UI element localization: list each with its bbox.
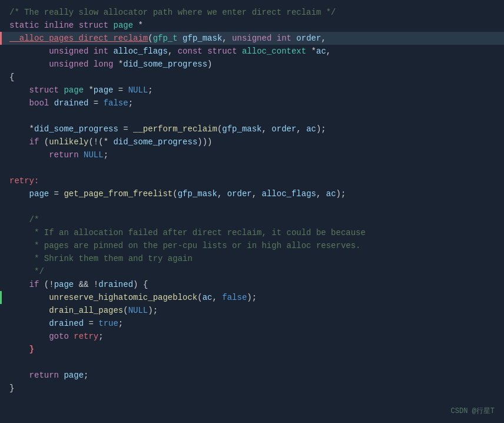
code-line-25: drained = true; <box>0 317 504 330</box>
code-line-23: unreserve_highatomic_pageblock(ac, false… <box>0 291 504 304</box>
watermark: CSDN @行星T <box>451 406 495 417</box>
code-line-18: * If an allocation failed after direct r… <box>0 226 504 239</box>
code-line-22: if (!page && !drained) { <box>0 278 504 291</box>
code-line-16 <box>0 200 504 213</box>
code-line-15: page = get_page_from_freelist(gfp_mask, … <box>0 187 504 200</box>
code-line-30: } <box>0 382 504 395</box>
code-editor: /* The really slow allocator path where … <box>0 0 504 423</box>
code-line-26: goto retry; <box>0 330 504 343</box>
code-line-10: *did_some_progress = __perform_reclaim(g… <box>0 123 504 136</box>
code-line-2: static inline struct page * <box>0 19 504 32</box>
code-line-11: if (unlikely(!(* did_some_progress))) <box>0 136 504 148</box>
code-line-1: /* The really slow allocator path where … <box>0 6 504 19</box>
code-line-9 <box>0 110 504 123</box>
code-line-21: */ <box>0 265 504 278</box>
code-line-28 <box>0 356 504 369</box>
code-line-20: * Shrink them them and try again <box>0 252 504 265</box>
code-line-7: struct page *page = NULL; <box>0 84 504 97</box>
code-line-13 <box>0 161 504 174</box>
code-line-27: } <box>0 343 504 356</box>
code-line-4: unsigned int alloc_flags, const struct a… <box>0 45 504 58</box>
code-line-12: return NULL; <box>0 148 504 161</box>
code-line-5: unsigned long *did_some_progress) <box>0 58 504 71</box>
code-line-17: /* <box>0 213 504 226</box>
code-line-19: * pages are pinned on the per-cpu lists … <box>0 239 504 252</box>
code-line-29: return page; <box>0 369 504 382</box>
code-line-3: __alloc_pages_direct_reclaim(gfp_t gfp_m… <box>0 32 504 45</box>
code-line-6: { <box>0 71 504 84</box>
code-line-14: retry: <box>0 174 504 187</box>
code-line-24: drain_all_pages(NULL); <box>0 304 504 317</box>
code-line-8: bool drained = false; <box>0 97 504 110</box>
